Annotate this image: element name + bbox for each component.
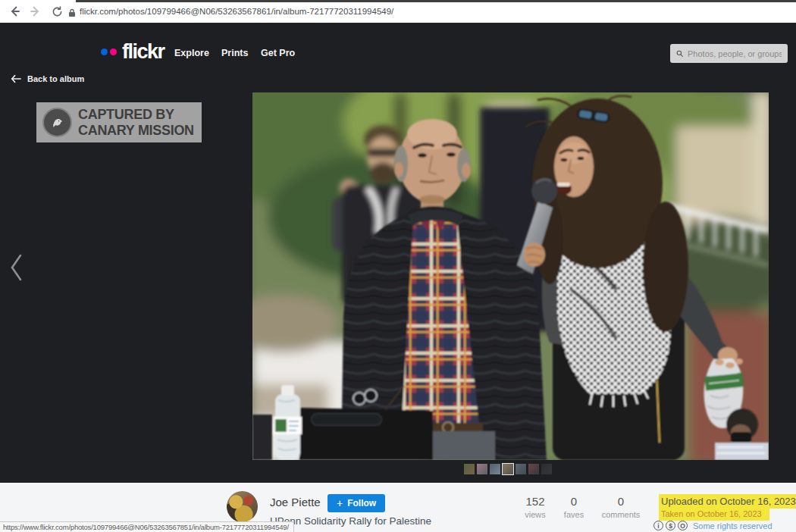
faves-label: faves [556, 510, 592, 519]
views-count: 152 [516, 495, 555, 508]
status-bar: https://www.flickr.com/photos/109799466@… [0, 521, 294, 532]
canary-mission-watermark: CAPTURED BY CANARY MISSION [36, 102, 202, 142]
back-arrow-icon [8, 5, 20, 17]
license-row: i $ O Some rights reserved [653, 521, 772, 530]
taken-date: Taken on October 16, 2023 [659, 509, 769, 521]
canary-icon [42, 108, 72, 137]
follow-button[interactable]: + Follow [327, 494, 385, 512]
search-box[interactable] [670, 44, 788, 63]
browser-forward-button[interactable] [29, 5, 42, 18]
thumbnail[interactable] [516, 464, 526, 474]
search-icon [676, 49, 683, 58]
status-url: https://www.flickr.com/photos/109799466@… [3, 523, 289, 531]
owner-name[interactable]: Joe Piette [270, 496, 321, 509]
browser-toolbar: flickr.com/photos/109799466@N06/53263567… [0, 0, 796, 23]
logo-dot-pink-icon [110, 49, 117, 55]
cc-noncommercial-icon[interactable]: $ [666, 521, 675, 530]
watermark-line1: CAPTURED BY [78, 107, 194, 122]
date-info: Uploaded on October 16, 2023 Taken on Oc… [659, 494, 796, 521]
ssl-lock-icon[interactable] [68, 7, 76, 20]
window-top-edge [76, 0, 796, 2]
stat-comments: 0 comments [597, 495, 644, 519]
watermark-line2: CANARY MISSION [78, 123, 194, 138]
comments-label: comments [597, 510, 644, 519]
reload-icon [52, 6, 63, 17]
back-to-album-arrow-icon [11, 74, 21, 83]
photo-stage: flickr Explore Prints Get Pro Back to al… [0, 23, 796, 483]
nav-prints[interactable]: Prints [221, 48, 248, 58]
logo-text: flickr [122, 42, 165, 62]
stat-views: 152 views [516, 495, 555, 519]
main-photo[interactable] [252, 92, 769, 460]
browser-reload-button[interactable] [50, 5, 64, 18]
thumbnail[interactable] [464, 464, 475, 474]
nav-get-pro[interactable]: Get Pro [261, 48, 295, 58]
flickr-logo[interactable]: flickr [101, 42, 165, 62]
search-input[interactable] [688, 49, 782, 58]
owner-avatar[interactable] [227, 491, 258, 522]
thumbnail[interactable] [528, 464, 539, 474]
thumbnail-strip [464, 464, 552, 474]
stat-faves: 0 faves [556, 495, 592, 519]
cc-attribution-icon[interactable]: i [653, 521, 663, 530]
cc-sharealike-icon[interactable]: O [678, 521, 688, 530]
address-bar-url[interactable]: flickr.com/photos/109799466@N06/53263567… [80, 7, 393, 16]
thumbnail[interactable] [541, 464, 552, 474]
views-label: views [516, 510, 555, 519]
forward-arrow-icon [30, 5, 42, 17]
faves-count: 0 [556, 495, 592, 508]
back-to-album-link[interactable]: Back to album [11, 74, 84, 83]
thumbnail[interactable] [503, 464, 513, 474]
previous-photo-button[interactable] [6, 252, 29, 283]
photo-title: UPenn Solidarity Rally for Palestine [270, 515, 431, 527]
thumbnail[interactable] [477, 464, 487, 474]
plus-icon: + [337, 497, 343, 509]
logo-dot-blue-icon [101, 49, 108, 55]
browser-back-button[interactable] [8, 5, 21, 18]
license-link[interactable]: Some rights reserved [693, 521, 772, 530]
chevron-left-icon [6, 252, 26, 283]
comments-count: 0 [597, 495, 644, 508]
thumbnail[interactable] [490, 464, 500, 474]
uploaded-date: Uploaded on October 16, 2023 [659, 494, 796, 509]
watermark-text: CAPTURED BY CANARY MISSION [78, 107, 194, 137]
follow-label: Follow [347, 498, 376, 509]
nav-explore[interactable]: Explore [174, 48, 209, 58]
back-to-album-label: Back to album [27, 74, 84, 83]
flickr-photo-page: flickr.com/photos/109799466@N06/53263567… [0, 0, 796, 532]
